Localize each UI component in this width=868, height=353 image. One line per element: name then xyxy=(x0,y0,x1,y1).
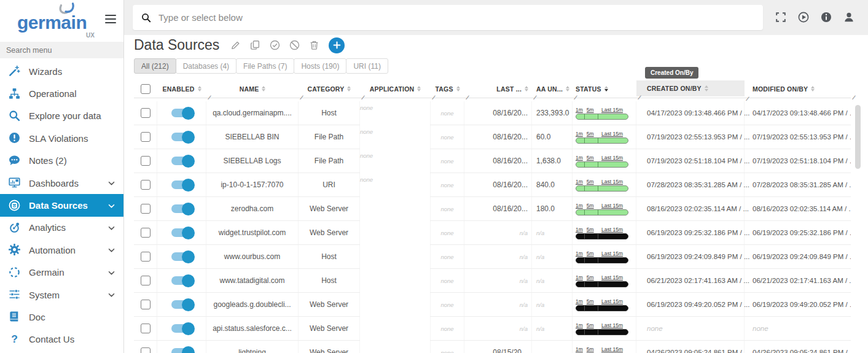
enabled-toggle[interactable] xyxy=(171,133,192,141)
enabled-toggle[interactable] xyxy=(171,276,192,285)
sidebar-item-data-sources[interactable]: Data Sources xyxy=(0,194,123,216)
sidebar-search-input[interactable] xyxy=(0,42,123,58)
status-range-1m[interactable]: 1m xyxy=(576,346,583,352)
sort-icon[interactable] xyxy=(525,86,528,92)
tab-file-paths-7[interactable]: File Paths (7) xyxy=(236,58,294,74)
enable-button[interactable] xyxy=(270,40,281,51)
status-range-last15m[interactable]: Last 15m xyxy=(601,107,623,113)
column-header-created-on-by[interactable]: CREATED ON/BY∕∕ xyxy=(636,80,745,96)
row-checkbox[interactable] xyxy=(141,300,151,309)
status-range-5m[interactable]: 5m xyxy=(587,298,594,305)
enabled-toggle[interactable] xyxy=(171,228,192,237)
disable-button[interactable] xyxy=(289,40,300,51)
edit-button[interactable] xyxy=(230,40,241,51)
add-button[interactable] xyxy=(329,37,345,53)
status-range-5m[interactable]: 5m xyxy=(587,322,594,328)
status-range-5m[interactable]: 5m xyxy=(587,107,594,113)
row-checkbox[interactable] xyxy=(141,156,151,166)
enabled-toggle[interactable] xyxy=(171,109,192,117)
status-range-last15m[interactable]: Last 15m xyxy=(601,298,623,305)
column-header-enabled[interactable]: ENABLED∕∕ xyxy=(157,82,206,95)
table-row[interactable]: googleads.g.doublecli... Web Server none… xyxy=(134,293,851,317)
status-widget[interactable]: 1m 5m Last 15m xyxy=(576,203,628,215)
hamburger-menu-icon[interactable] xyxy=(105,15,116,26)
row-checkbox[interactable] xyxy=(141,276,151,285)
row-checkbox[interactable] xyxy=(141,324,151,333)
sidebar-item-contact-us[interactable]: ? Contact Us xyxy=(0,328,123,351)
sidebar-item-operational[interactable]: Operational xyxy=(0,82,123,104)
row-checkbox[interactable] xyxy=(141,132,151,142)
status-range-last15m[interactable]: Last 15m xyxy=(601,155,623,161)
sidebar-item-sla-violations[interactable]: SLA Violations xyxy=(0,127,123,149)
global-search-input[interactable] xyxy=(158,12,754,23)
table-row[interactable]: SIEBELLAB Logs File Path Siebel Enterpri… xyxy=(134,149,851,173)
enabled-toggle[interactable] xyxy=(171,300,192,309)
sort-icon[interactable] xyxy=(811,86,815,92)
status-range-1m[interactable]: 1m xyxy=(576,227,583,233)
play-icon[interactable] xyxy=(798,12,809,23)
info-icon[interactable] xyxy=(821,12,832,23)
table-row[interactable]: ip-10-0-1-157:7070 URI Apache ZooKeeper … xyxy=(134,173,851,197)
global-search[interactable] xyxy=(133,5,763,30)
sidebar-item-notes-2[interactable]: Notes (2) xyxy=(0,150,123,172)
status-range-5m[interactable]: 5m xyxy=(587,346,594,352)
tab-uri-11[interactable]: URI (11) xyxy=(346,58,388,74)
status-widget[interactable]: 1m 5m Last 15m xyxy=(576,298,628,311)
status-range-1m[interactable]: 1m xyxy=(576,274,583,281)
row-checkbox[interactable] xyxy=(141,347,151,353)
status-range-1m[interactable]: 1m xyxy=(576,203,583,209)
table-row[interactable]: widget.trustpilot.com Web Server none no… xyxy=(134,221,851,245)
user-icon[interactable] xyxy=(843,12,854,23)
column-header-last[interactable]: LAST ...∕∕ xyxy=(464,82,532,95)
status-widget[interactable]: 1m 5m Last 15m xyxy=(576,179,628,192)
sidebar-item-wizards[interactable]: Wizards xyxy=(0,60,123,82)
column-header-application[interactable]: APPLICATION∕∕ xyxy=(360,82,431,95)
enabled-toggle[interactable] xyxy=(171,204,192,213)
table-row[interactable]: www.ourbus.com Host none none n/a n/a 1m… xyxy=(134,245,851,269)
sort-icon[interactable] xyxy=(566,86,569,92)
sidebar-item-analytics[interactable]: Analytics xyxy=(0,217,123,239)
status-range-1m[interactable]: 1m xyxy=(576,250,583,257)
column-header-modified-on-by[interactable]: MODIFIED ON/BY∕∕ xyxy=(745,82,851,95)
table-row[interactable]: www.tatadigital.com Host none none n/a n… xyxy=(134,269,851,293)
enabled-toggle[interactable] xyxy=(171,157,192,165)
status-widget[interactable]: 1m 5m Last 15m xyxy=(576,274,628,287)
scrollbar[interactable] xyxy=(855,104,861,351)
sort-icon[interactable] xyxy=(347,86,351,92)
status-range-last15m[interactable]: Last 15m xyxy=(601,250,623,257)
column-header-category[interactable]: CATEGORY∕∕ xyxy=(299,82,360,95)
status-range-1m[interactable]: 1m xyxy=(576,155,583,161)
enabled-toggle[interactable] xyxy=(171,324,192,333)
fullscreen-icon[interactable] xyxy=(775,12,786,23)
status-range-last15m[interactable]: Last 15m xyxy=(601,203,623,209)
sort-icon[interactable] xyxy=(456,86,460,92)
enabled-toggle[interactable] xyxy=(171,348,192,353)
select-all-checkbox[interactable] xyxy=(141,84,151,94)
tab-all-212[interactable]: All (212) xyxy=(134,58,176,74)
table-row[interactable]: api.status.salesforce.c... Web Server no… xyxy=(134,317,851,341)
column-header-status[interactable]: STATUS∕∕ xyxy=(573,82,636,95)
status-range-5m[interactable]: 5m xyxy=(587,203,594,209)
table-row[interactable]: ...lightning... Web Server none none 08/… xyxy=(134,341,851,353)
sidebar-item-doc[interactable]: Doc xyxy=(0,306,123,328)
column-header-name[interactable]: NAME∕∕ xyxy=(206,82,299,95)
sort-icon[interactable] xyxy=(417,86,421,92)
status-range-5m[interactable]: 5m xyxy=(587,131,594,137)
status-range-1m[interactable]: 1m xyxy=(576,179,583,185)
sidebar-item-system[interactable]: System xyxy=(0,284,123,306)
enabled-toggle[interactable] xyxy=(171,180,192,189)
row-checkbox[interactable] xyxy=(141,228,151,238)
column-header-aa-un[interactable]: AA UN...∕∕ xyxy=(532,82,573,95)
status-range-1m[interactable]: 1m xyxy=(576,107,583,113)
column-header-tags[interactable]: TAGS∕∕ xyxy=(431,82,464,95)
status-range-last15m[interactable]: Last 15m xyxy=(601,322,623,328)
sort-icon[interactable] xyxy=(262,86,265,92)
row-checkbox[interactable] xyxy=(141,108,151,118)
status-widget[interactable]: 1m 5m Last 15m xyxy=(576,346,628,353)
status-range-5m[interactable]: 5m xyxy=(587,250,594,257)
tab-databases-4[interactable]: Databases (4) xyxy=(176,58,237,74)
status-widget[interactable]: 1m 5m Last 15m xyxy=(576,250,628,263)
status-widget[interactable]: 1m 5m Last 15m xyxy=(576,107,628,120)
sidebar-item-explore-your-data[interactable]: Explore your data xyxy=(0,105,123,127)
sort-icon[interactable] xyxy=(198,86,201,92)
